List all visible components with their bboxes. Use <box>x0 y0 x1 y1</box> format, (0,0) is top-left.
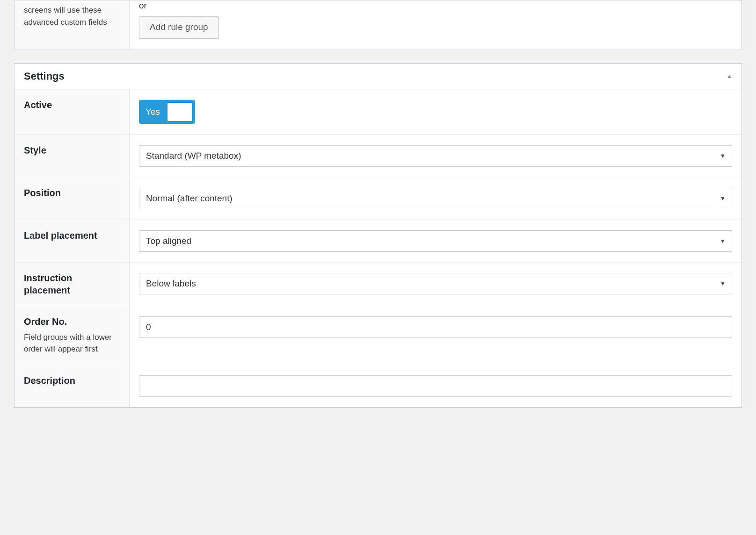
location-metabox: screens will use these advanced custom f… <box>14 0 742 49</box>
position-row: Position Normal (after content) ▼ <box>15 177 741 220</box>
location-control-cell: or Add rule group <box>130 0 741 49</box>
description-input[interactable] <box>139 375 732 397</box>
instruction-placement-row: Instruction placement Below labels ▼ <box>15 263 741 306</box>
order-no-input[interactable] <box>139 316 732 338</box>
or-text: or <box>139 0 732 11</box>
settings-header: Settings ▲ <box>15 64 741 89</box>
instruction-placement-control-cell: Below labels ▼ <box>130 263 741 306</box>
active-toggle-label: Yes <box>145 107 160 117</box>
label-placement-select-wrapper: Top aligned ▼ <box>139 230 732 252</box>
style-select-wrapper: Standard (WP metabox) ▼ <box>139 145 732 167</box>
order-no-label: Order No. <box>24 315 120 328</box>
description-label: Description <box>24 374 120 387</box>
position-select[interactable]: Normal (after content) <box>139 188 732 209</box>
label-placement-label: Label placement <box>24 229 120 242</box>
description-control-cell <box>130 365 741 407</box>
style-label: Style <box>24 144 120 156</box>
style-row: Style Standard (WP metabox) ▼ <box>15 135 741 177</box>
description-row: Description <box>15 365 741 407</box>
instruction-placement-label-cell: Instruction placement <box>15 263 130 306</box>
collapse-toggle-icon[interactable]: ▲ <box>727 73 732 80</box>
style-control-cell: Standard (WP metabox) ▼ <box>130 135 741 177</box>
active-label-cell: Active <box>15 89 130 134</box>
location-label-cell: screens will use these advanced custom f… <box>15 0 130 49</box>
position-control-cell: Normal (after content) ▼ <box>130 177 741 220</box>
instruction-placement-select-wrapper: Below labels ▼ <box>139 273 732 294</box>
settings-title: Settings <box>24 70 65 82</box>
settings-metabox: Settings ▲ Active Yes Style <box>14 63 742 408</box>
location-row: screens will use these advanced custom f… <box>15 0 741 49</box>
instruction-placement-label: Instruction placement <box>24 272 120 296</box>
add-rule-group-button[interactable]: Add rule group <box>139 16 219 38</box>
order-no-row: Order No. Field groups with a lower orde… <box>15 306 741 365</box>
style-select[interactable]: Standard (WP metabox) <box>139 145 732 167</box>
active-toggle[interactable]: Yes <box>139 100 195 124</box>
position-select-wrapper: Normal (after content) ▼ <box>139 188 732 209</box>
label-placement-control-cell: Top aligned ▼ <box>130 220 741 262</box>
label-placement-label-cell: Label placement <box>15 220 130 262</box>
instruction-placement-select[interactable]: Below labels <box>139 273 732 294</box>
position-label: Position <box>24 187 120 199</box>
location-desc: screens will use these advanced custom f… <box>24 4 120 28</box>
active-control-cell: Yes <box>130 89 741 134</box>
order-no-label-cell: Order No. Field groups with a lower orde… <box>15 306 130 365</box>
description-label-cell: Description <box>15 365 130 407</box>
label-placement-select[interactable]: Top aligned <box>139 230 732 252</box>
order-no-control-cell <box>130 306 741 365</box>
active-label: Active <box>24 99 120 111</box>
style-label-cell: Style <box>15 135 130 177</box>
active-row: Active Yes <box>15 89 741 135</box>
position-label-cell: Position <box>15 177 130 220</box>
label-placement-row: Label placement Top aligned ▼ <box>15 220 741 263</box>
active-toggle-knob <box>167 102 193 122</box>
order-no-desc: Field groups with a lower order will app… <box>24 331 120 355</box>
